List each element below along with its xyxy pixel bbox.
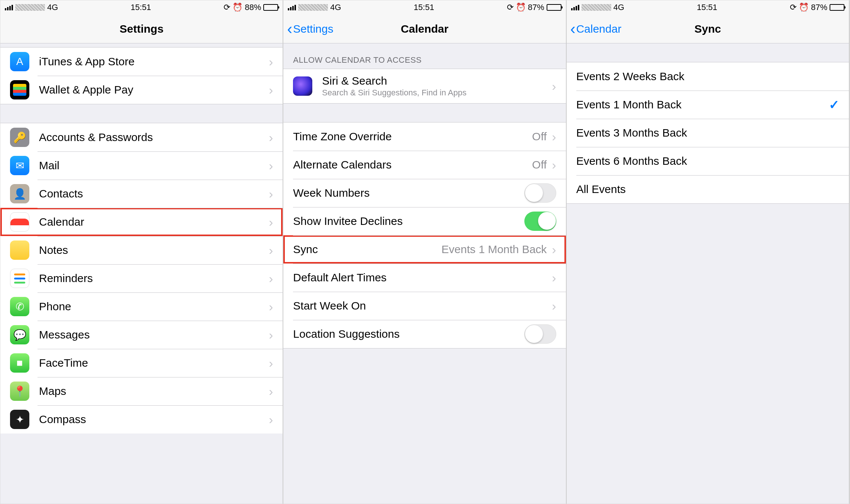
row-sublabel: Search & Siri Suggestions, Find in Apps — [322, 88, 552, 98]
settings-row-messages[interactable]: 💬Messages› — [0, 321, 283, 349]
orientation-lock-icon: ⟳ — [790, 3, 797, 12]
chevron-right-icon: › — [269, 215, 273, 229]
row-label: Wallet & Apple Pay — [39, 84, 269, 96]
calendar-row-start-week-on[interactable]: Start Week On› — [283, 292, 566, 320]
row-label: Mail — [39, 159, 269, 172]
toggle[interactable] — [524, 324, 556, 344]
screen-settings: 4G 15:51 ⟳ ⏰ 88% Settings AiTunes & App … — [0, 0, 283, 504]
row-label: Notes — [39, 244, 269, 256]
toggle[interactable] — [524, 212, 556, 231]
back-button[interactable]: ‹ Settings — [287, 21, 333, 37]
toggle[interactable] — [524, 183, 556, 203]
row-label: Compass — [39, 413, 269, 426]
sync-option[interactable]: Events 1 Month Back✓ — [567, 91, 849, 119]
signal-icon — [288, 5, 296, 10]
calendar-row-alternate-calendars[interactable]: Alternate CalendarsOff› — [283, 151, 566, 179]
chevron-right-icon: › — [269, 83, 273, 97]
calendar-row-sync[interactable]: SyncEvents 1 Month Back› — [283, 235, 566, 264]
signal-icon — [571, 5, 579, 10]
siri-icon — [293, 76, 312, 96]
row-label: Calendar — [39, 216, 269, 228]
row-label: Start Week On — [293, 300, 552, 312]
facetime-icon: ■ — [10, 353, 29, 373]
sync-option[interactable]: Events 3 Months Back — [567, 119, 849, 147]
row-value: Events 1 Month Back — [442, 243, 547, 256]
calendar-row-week-numbers[interactable]: Week Numbers — [283, 179, 566, 207]
battery-percent: 87% — [811, 3, 827, 12]
row-label: Default Alert Times — [293, 271, 552, 284]
calendar-row-time-zone-override[interactable]: Time Zone OverrideOff› — [283, 122, 566, 151]
row-value: Off — [532, 158, 547, 171]
row-value: Off — [532, 130, 547, 143]
carrier-name — [582, 4, 611, 11]
alarm-icon: ⏰ — [799, 3, 809, 12]
sync-option[interactable]: Events 2 Weeks Back — [567, 62, 849, 91]
calendar-row-show-invitee-declines[interactable]: Show Invitee Declines — [283, 207, 566, 235]
settings-row-calendar[interactable]: Calendar› — [0, 208, 283, 236]
row-label: FaceTime — [39, 357, 269, 369]
settings-row-facetime[interactable]: ■FaceTime› — [0, 349, 283, 377]
settings-row-compass[interactable]: ✦Compass› — [0, 405, 283, 433]
page-title: Sync — [694, 23, 721, 35]
chevron-right-icon: › — [552, 271, 556, 285]
chevron-right-icon: › — [552, 130, 556, 144]
settings-row-appstore[interactable]: AiTunes & App Store› — [0, 48, 283, 76]
option-label: Events 2 Weeks Back — [576, 70, 839, 83]
chevron-right-icon: › — [269, 356, 273, 370]
carrier-name — [15, 4, 45, 11]
chevron-right-icon: › — [269, 187, 273, 201]
chevron-right-icon: › — [269, 55, 273, 69]
phone-icon: ✆ — [10, 297, 29, 316]
screen-calendar-settings: 4G 15:51 ⟳ ⏰ 87% ‹ Settings Calendar ALL… — [283, 0, 566, 504]
status-bar: 4G 15:51 ⟳ ⏰ 87% — [283, 0, 566, 14]
option-label: Events 6 Months Back — [576, 155, 839, 167]
nav-bar: Settings — [0, 14, 283, 43]
alarm-icon: ⏰ — [516, 3, 526, 12]
chevron-left-icon: ‹ — [287, 21, 292, 37]
page-title: Calendar — [401, 23, 448, 35]
row-label: Accounts & Passwords — [39, 131, 269, 144]
appstore-icon: A — [10, 52, 29, 71]
row-label: Sync — [293, 243, 442, 256]
calendar-row-location-suggestions[interactable]: Location Suggestions — [283, 320, 566, 348]
status-bar: 4G 15:51 ⟳ ⏰ 87% — [567, 0, 849, 14]
settings-row-contacts[interactable]: 👤Contacts› — [0, 180, 283, 208]
chevron-right-icon: › — [269, 130, 273, 145]
row-label: Phone — [39, 300, 269, 313]
row-label: Reminders — [39, 272, 269, 285]
signal-icon — [5, 5, 13, 10]
settings-row-maps[interactable]: 📍Maps› — [0, 377, 283, 405]
settings-row-key[interactable]: 🔑Accounts & Passwords› — [0, 123, 283, 151]
status-time: 15:51 — [131, 3, 151, 12]
screen-sync-options: 4G 15:51 ⟳ ⏰ 87% ‹ Calendar Sync Events … — [567, 0, 850, 504]
settings-row-phone[interactable]: ✆Phone› — [0, 292, 283, 321]
sync-option[interactable]: All Events — [567, 175, 849, 203]
checkmark-icon: ✓ — [829, 97, 839, 112]
row-label: Maps — [39, 385, 269, 397]
settings-row-wallet[interactable]: Wallet & Apple Pay› — [0, 76, 283, 104]
calendar-icon — [10, 212, 29, 232]
back-button[interactable]: ‹ Calendar — [570, 21, 622, 37]
sync-option[interactable]: Events 6 Months Back — [567, 147, 849, 175]
settings-row-notes[interactable]: Notes› — [0, 236, 283, 264]
chevron-right-icon: › — [552, 79, 556, 94]
nav-bar: ‹ Calendar Sync — [567, 14, 849, 43]
settings-row-reminders[interactable]: Reminders› — [0, 264, 283, 292]
messages-icon: 💬 — [10, 325, 29, 344]
status-time: 15:51 — [697, 3, 717, 12]
row-label: Siri & Search — [322, 75, 552, 87]
nav-bar: ‹ Settings Calendar — [283, 14, 566, 43]
maps-icon: 📍 — [10, 382, 29, 401]
network-type: 4G — [330, 3, 341, 12]
status-time: 15:51 — [414, 3, 434, 12]
chevron-right-icon: › — [269, 328, 273, 342]
chevron-right-icon: › — [269, 384, 273, 399]
chevron-right-icon: › — [269, 300, 273, 314]
battery-percent: 88% — [245, 3, 261, 12]
orientation-lock-icon: ⟳ — [507, 3, 514, 12]
row-siri-search[interactable]: Siri & Search Search & Siri Suggestions,… — [283, 69, 566, 103]
calendar-row-default-alert-times[interactable]: Default Alert Times› — [283, 264, 566, 292]
settings-row-mail[interactable]: ✉︎Mail› — [0, 151, 283, 180]
battery-percent: 87% — [528, 3, 544, 12]
chevron-right-icon: › — [269, 271, 273, 286]
